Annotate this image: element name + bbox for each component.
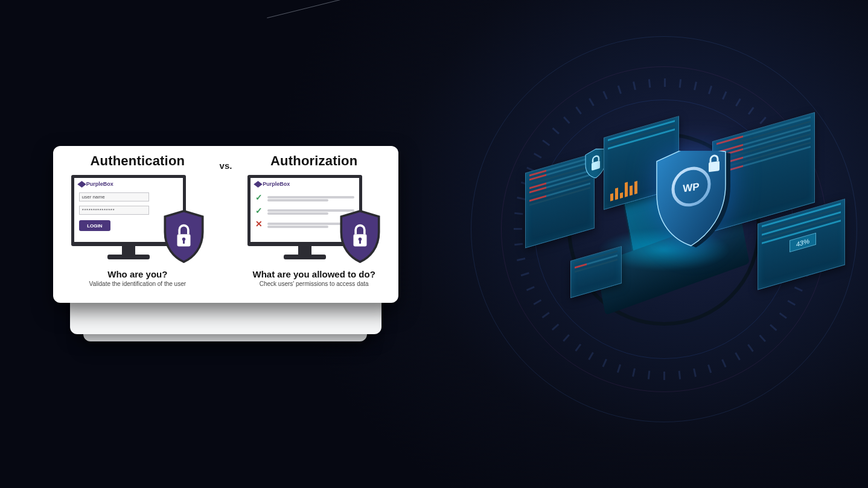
- authentication-monitor: PurpleBox user name *************** LOGI…: [71, 175, 204, 264]
- large-shield-icon: WP: [646, 151, 736, 259]
- svg-rect-8: [709, 161, 720, 173]
- cube-icon: [254, 181, 263, 188]
- authorization-monitor: PurpleBox ✓ ✓ ✕: [247, 175, 380, 264]
- brand-label: PurpleBox: [255, 181, 290, 187]
- monitor-stand: [122, 246, 135, 255]
- brand-text: PurpleBox: [86, 181, 113, 187]
- authorization-question: What are you allowed to do?: [252, 269, 375, 279]
- vs-label: vs.: [214, 153, 238, 297]
- authentication-question: Who are you?: [107, 269, 167, 279]
- permission-line: [267, 196, 354, 198]
- comparison-card-stack: Authentication PurpleBox user name *****…: [53, 146, 398, 327]
- bar-chart-icon: [610, 176, 637, 201]
- permission-row-allow: ✓: [255, 192, 354, 202]
- shield-icon: [161, 210, 206, 263]
- svg-rect-2: [183, 239, 185, 244]
- brand-label: PurpleBox: [79, 181, 113, 187]
- login-button[interactable]: LOGIN: [79, 220, 110, 231]
- login-button-label: LOGIN: [87, 223, 102, 229]
- authentication-column: Authentication PurpleBox user name *****…: [62, 153, 214, 297]
- check-icon: ✓: [255, 192, 264, 202]
- authorization-subtext: Check users' permissions to access data: [260, 280, 369, 287]
- authentication-heading: Authentication: [90, 153, 185, 169]
- authentication-subtext: Validate the identification of the user: [89, 280, 186, 287]
- authorization-heading: Authorization: [270, 153, 357, 169]
- password-input[interactable]: ***************: [79, 206, 149, 215]
- decorative-line: [267, 0, 360, 18]
- cube-icon: [77, 181, 86, 188]
- cross-icon: ✕: [255, 219, 264, 229]
- authorization-column: Authorization PurpleBox ✓ ✓: [238, 153, 390, 297]
- cybersecurity-graphic: 43% WP: [459, 24, 868, 434]
- check-icon: ✓: [255, 206, 264, 215]
- username-placeholder: user name: [82, 194, 105, 200]
- password-value: ***************: [82, 208, 115, 213]
- comparison-card: Authentication PurpleBox user name *****…: [53, 146, 398, 303]
- shield-icon: [337, 210, 383, 263]
- shield-monogram: WP: [683, 181, 699, 195]
- username-input[interactable]: user name: [79, 192, 149, 201]
- monitor-stand: [298, 246, 311, 255]
- svg-rect-5: [359, 239, 361, 244]
- brand-text: PurpleBox: [263, 181, 290, 187]
